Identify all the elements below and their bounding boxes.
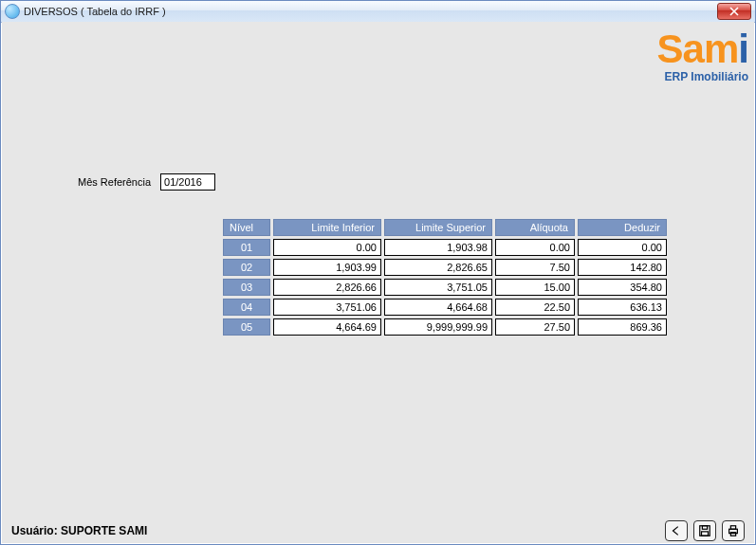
cell-nivel: 05 — [223, 318, 270, 336]
cell-nivel: 03 — [223, 279, 270, 296]
save-icon — [698, 524, 711, 537]
header-limite-inferior: Limite Inferior — [273, 219, 381, 236]
cell-deduzir[interactable]: 354.80 — [578, 279, 667, 296]
user-name: SUPORTE SAMI — [61, 524, 147, 537]
table-row: 01 0.00 1,903.98 0.00 0.00 — [223, 239, 667, 256]
titlebar[interactable]: DIVERSOS ( Tabela do IRRF ) — [1, 1, 755, 23]
app-window: DIVERSOS ( Tabela do IRRF ) Sami ERP Imo… — [0, 0, 756, 545]
cell-limite-superior[interactable]: 4,664.68 — [384, 299, 492, 316]
save-button[interactable] — [693, 520, 716, 541]
header-deduzir: Deduzir — [578, 219, 667, 236]
svg-rect-7 — [730, 533, 735, 536]
header-nivel: Nível — [223, 219, 270, 236]
footer: Usuário: SUPORTE SAMI — [2, 518, 754, 543]
print-icon — [727, 524, 740, 537]
svg-rect-4 — [702, 532, 709, 536]
cell-aliquota[interactable]: 15.00 — [495, 279, 575, 296]
user-info: Usuário: SUPORTE SAMI — [11, 524, 147, 537]
cell-limite-inferior[interactable]: 0.00 — [273, 239, 381, 256]
header-limite-superior: Limite Superior — [384, 219, 492, 236]
table-row: 05 4,664.69 9,999,999.99 27.50 869.36 — [223, 318, 667, 336]
cell-limite-superior[interactable]: 3,751.05 — [384, 279, 492, 296]
table-row: 02 1,903.99 2,826.65 7.50 142.80 — [223, 259, 667, 276]
cell-limite-superior[interactable]: 1,903.98 — [384, 239, 492, 256]
irrf-table: Nível Limite Inferior Limite Superior Al… — [220, 216, 670, 338]
cell-limite-superior[interactable]: 9,999,999.99 — [384, 318, 492, 336]
brand-logo: Sami ERP Imobiliário — [657, 29, 748, 82]
cell-nivel: 01 — [223, 239, 270, 256]
cell-aliquota[interactable]: 27.50 — [495, 318, 575, 336]
close-button[interactable] — [717, 3, 751, 20]
reference-input[interactable] — [160, 173, 215, 191]
cell-limite-inferior[interactable]: 2,826.66 — [273, 279, 381, 296]
svg-rect-3 — [702, 526, 707, 530]
cell-deduzir[interactable]: 869.36 — [578, 318, 667, 336]
client-area: Sami ERP Imobiliário Mês Referência Níve… — [2, 22, 754, 543]
footer-buttons — [665, 520, 745, 541]
app-icon — [5, 4, 20, 19]
cell-limite-inferior[interactable]: 4,664.69 — [273, 318, 381, 336]
brand-tagline: ERP Imobiliário — [657, 71, 748, 82]
table-row: 03 2,826.66 3,751.05 15.00 354.80 — [223, 279, 667, 296]
cell-deduzir[interactable]: 636.13 — [578, 299, 667, 316]
cell-nivel: 02 — [223, 259, 270, 276]
back-icon — [670, 524, 683, 537]
svg-rect-6 — [730, 526, 735, 530]
cell-deduzir[interactable]: 142.80 — [578, 259, 667, 276]
back-button[interactable] — [665, 520, 688, 541]
reference-label: Mês Referência — [78, 176, 151, 188]
cell-limite-inferior[interactable]: 1,903.99 — [273, 259, 381, 276]
window-title: DIVERSOS ( Tabela do IRRF ) — [24, 6, 166, 17]
cell-aliquota[interactable]: 22.50 — [495, 299, 575, 316]
cell-deduzir[interactable]: 0.00 — [578, 239, 667, 256]
brand-text-orange: Sam — [657, 27, 739, 71]
cell-nivel: 04 — [223, 299, 270, 316]
print-button[interactable] — [722, 520, 745, 541]
brand-text-blue: i — [738, 27, 748, 71]
header-aliquota: Alíquota — [495, 219, 575, 236]
table-header-row: Nível Limite Inferior Limite Superior Al… — [223, 219, 667, 236]
cell-limite-superior[interactable]: 2,826.65 — [384, 259, 492, 276]
cell-aliquota[interactable]: 7.50 — [495, 259, 575, 276]
close-icon — [729, 7, 739, 16]
reference-row: Mês Referência — [78, 173, 215, 191]
cell-aliquota[interactable]: 0.00 — [495, 239, 575, 256]
user-prefix: Usuário: — [11, 524, 58, 537]
cell-limite-inferior[interactable]: 3,751.06 — [273, 299, 381, 316]
table-row: 04 3,751.06 4,664.68 22.50 636.13 — [223, 299, 667, 316]
